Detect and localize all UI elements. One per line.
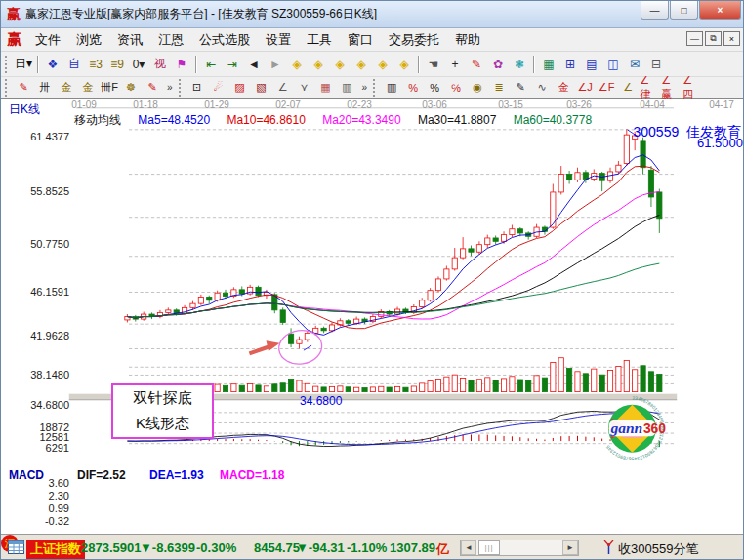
volume-bar[interactable] bbox=[256, 385, 261, 392]
prev-bar-button-icon[interactable]: ◄ bbox=[243, 55, 265, 74]
volume-bar[interactable] bbox=[272, 384, 277, 392]
minimize-button[interactable]: — bbox=[641, 1, 669, 20]
percent-tool-icon[interactable]: % bbox=[424, 79, 445, 97]
volume-bar[interactable] bbox=[435, 379, 440, 391]
volume-bar[interactable] bbox=[321, 387, 326, 392]
calculator-button-icon[interactable]: ⊞ bbox=[559, 55, 581, 74]
volume-bar[interactable] bbox=[517, 380, 522, 392]
volume-bar[interactable] bbox=[420, 383, 425, 392]
volume-bar[interactable] bbox=[428, 381, 433, 392]
volume-bar[interactable] bbox=[329, 386, 334, 391]
volume-bar[interactable] bbox=[599, 375, 604, 391]
pattern-annotation-box[interactable]: 双针探底 K线形态 bbox=[111, 383, 214, 439]
candle[interactable] bbox=[641, 141, 645, 168]
vee-tool-icon[interactable]: ⋎ bbox=[294, 79, 315, 97]
volume-bar[interactable] bbox=[461, 379, 466, 392]
candle[interactable] bbox=[558, 174, 563, 191]
period-day-selector-icon[interactable]: 日▾ bbox=[13, 55, 34, 74]
hatch-square-tool-icon[interactable]: ▧ bbox=[251, 79, 272, 97]
candle[interactable] bbox=[354, 319, 359, 323]
scroll-thumb[interactable]: ||| bbox=[478, 540, 500, 555]
menu-item-交易委托[interactable]: 交易委托 bbox=[381, 30, 447, 49]
volume-bar[interactable] bbox=[387, 387, 392, 392]
mdi-restore-button[interactable]: ⧉ bbox=[705, 31, 722, 46]
candle[interactable] bbox=[517, 229, 522, 233]
scroll-left-arrow[interactable]: ◄ bbox=[461, 540, 476, 555]
volume-bar[interactable] bbox=[354, 387, 359, 391]
menu-item-浏览[interactable]: 浏览 bbox=[68, 30, 109, 49]
candle[interactable] bbox=[616, 165, 621, 172]
volume-bar[interactable] bbox=[575, 372, 580, 392]
zero-selector-icon[interactable]: 0▾ bbox=[128, 55, 149, 74]
volume-bar[interactable] bbox=[592, 369, 597, 391]
toolbar-grip[interactable] bbox=[179, 79, 184, 97]
angle-four-tool-icon[interactable]: ∠四 bbox=[682, 79, 703, 97]
candle[interactable] bbox=[297, 340, 302, 343]
angle-j-tool-icon[interactable]: ∠J bbox=[574, 79, 596, 97]
horizontal-scrollbar[interactable]: ◄ ||| ► bbox=[460, 540, 579, 556]
candle[interactable] bbox=[288, 334, 293, 343]
gann-diamond-4-icon[interactable]: ◈ bbox=[351, 55, 372, 74]
volume-bar[interactable] bbox=[616, 366, 621, 391]
gold-lines-tool-icon[interactable]: ≣ bbox=[488, 79, 510, 97]
candle[interactable] bbox=[207, 297, 212, 300]
candle[interactable] bbox=[566, 174, 571, 180]
calendar-button-icon[interactable]: ▦ bbox=[538, 55, 559, 74]
volume-bar[interactable] bbox=[493, 380, 498, 392]
shaded-square-tool-icon[interactable]: ▨ bbox=[229, 79, 251, 97]
gann-diamond-3-icon[interactable]: ◈ bbox=[329, 55, 351, 74]
quote-grid-icon[interactable] bbox=[8, 540, 25, 555]
menu-item-帮助[interactable]: 帮助 bbox=[447, 30, 488, 49]
volume-bar[interactable] bbox=[379, 386, 384, 391]
volume-bar[interactable] bbox=[215, 384, 220, 392]
volume-bar[interactable] bbox=[313, 386, 318, 392]
toolbar-grip[interactable] bbox=[5, 79, 10, 97]
volume-bar[interactable] bbox=[239, 385, 244, 391]
toolbar-overflow-2[interactable]: » bbox=[358, 82, 372, 93]
ai-tool-icon[interactable]: ❃ bbox=[509, 55, 530, 74]
volume-bar[interactable] bbox=[231, 384, 236, 392]
menu-item-江恩[interactable]: 江恩 bbox=[150, 30, 191, 49]
mail-button-icon[interactable]: ✉ bbox=[624, 55, 645, 74]
volume-bar[interactable] bbox=[648, 372, 653, 392]
volume-bar[interactable] bbox=[542, 378, 547, 391]
volume-bar[interactable] bbox=[501, 379, 506, 392]
candle[interactable] bbox=[624, 135, 629, 163]
toolbar-overflow-1[interactable]: » bbox=[163, 82, 177, 93]
angle-f-tool-icon[interactable]: ∠F bbox=[596, 79, 617, 97]
gann-diamond-1-icon[interactable]: ◈ bbox=[286, 55, 308, 74]
gann-gold-1-icon[interactable]: 金 bbox=[56, 79, 77, 97]
candle[interactable] bbox=[575, 173, 580, 180]
grid-red-tool-icon[interactable]: ▦ bbox=[315, 79, 337, 97]
volume-bar[interactable] bbox=[526, 380, 531, 392]
gann-gold-2-icon[interactable]: 金 bbox=[77, 79, 99, 97]
grid-grey-tool-icon[interactable]: ▥ bbox=[337, 79, 358, 97]
festival-tool-icon[interactable]: ✿ bbox=[487, 55, 509, 74]
gann-diamond-6-icon[interactable]: ◈ bbox=[393, 55, 415, 74]
volume-bar[interactable] bbox=[624, 360, 629, 391]
candle[interactable] bbox=[190, 303, 195, 307]
menu-item-窗口[interactable]: 窗口 bbox=[340, 30, 381, 49]
candle[interactable] bbox=[346, 321, 351, 324]
candle[interactable] bbox=[280, 310, 285, 323]
volume-bar[interactable] bbox=[338, 386, 343, 392]
candle[interactable] bbox=[583, 173, 588, 180]
volume-bar[interactable] bbox=[452, 375, 457, 391]
volume-bar[interactable] bbox=[534, 376, 539, 392]
mdi-close-button[interactable]: × bbox=[723, 31, 740, 46]
volume-bar[interactable] bbox=[394, 386, 399, 391]
candle[interactable] bbox=[476, 245, 481, 253]
next-bar-button-icon[interactable]: ► bbox=[265, 55, 286, 74]
volume-bar[interactable] bbox=[566, 368, 571, 391]
candle[interactable] bbox=[239, 290, 244, 294]
candle[interactable] bbox=[657, 192, 662, 219]
kline-merge-9-icon[interactable]: ≡9 bbox=[106, 55, 128, 74]
volume-bar[interactable] bbox=[558, 358, 563, 392]
view-tool-icon[interactable]: 视 bbox=[149, 55, 171, 74]
volume-bar[interactable] bbox=[444, 377, 449, 391]
volume-bar[interactable] bbox=[657, 374, 662, 391]
angle-tool-icon[interactable]: ∠ bbox=[272, 79, 294, 97]
candle[interactable] bbox=[321, 328, 326, 331]
menu-item-资讯[interactable]: 资讯 bbox=[109, 30, 150, 49]
candle[interactable] bbox=[329, 325, 334, 331]
